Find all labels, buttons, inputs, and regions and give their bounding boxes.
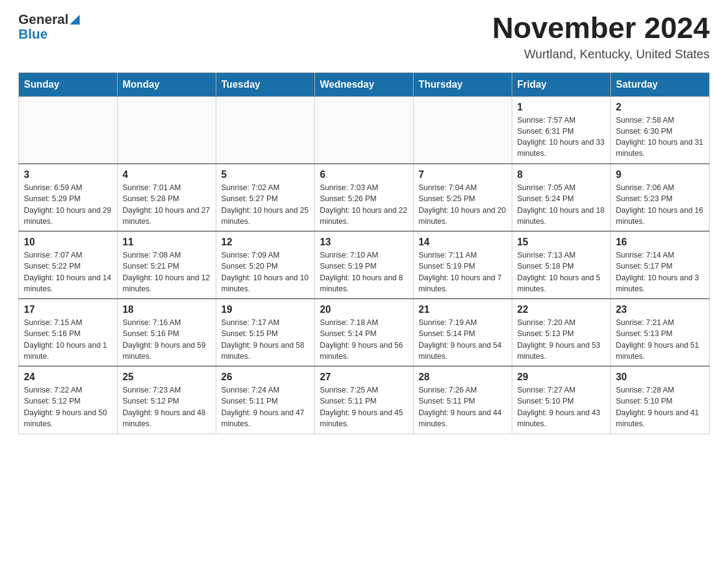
day-info: Sunrise: 7:28 AM Sunset: 5:10 PM Dayligh… [616, 385, 704, 429]
day-number: 19 [221, 304, 309, 315]
calendar-cell: 16Sunrise: 7:14 AM Sunset: 5:17 PM Dayli… [611, 231, 710, 299]
day-info: Sunrise: 7:06 AM Sunset: 5:23 PM Dayligh… [616, 182, 704, 227]
calendar-cell: 7Sunrise: 7:04 AM Sunset: 5:25 PM Daylig… [414, 164, 512, 231]
day-number: 26 [221, 372, 309, 383]
day-info: Sunrise: 7:20 AM Sunset: 5:13 PM Dayligh… [517, 317, 605, 362]
day-info: Sunrise: 7:25 AM Sunset: 5:11 PM Dayligh… [320, 385, 408, 429]
day-number: 12 [221, 237, 309, 248]
day-number: 9 [616, 169, 704, 180]
day-info: Sunrise: 7:21 AM Sunset: 5:13 PM Dayligh… [616, 317, 704, 362]
day-number: 13 [320, 237, 408, 248]
logo-blue-text: Blue [18, 26, 48, 42]
day-number: 5 [221, 169, 309, 180]
calendar-cell: 28Sunrise: 7:26 AM Sunset: 5:11 PM Dayli… [414, 366, 512, 434]
day-info: Sunrise: 7:01 AM Sunset: 5:28 PM Dayligh… [123, 182, 211, 227]
day-info: Sunrise: 7:09 AM Sunset: 5:20 PM Dayligh… [221, 250, 309, 294]
day-info: Sunrise: 7:04 AM Sunset: 5:25 PM Dayligh… [419, 182, 507, 227]
day-number: 20 [320, 304, 408, 315]
calendar-cell: 9Sunrise: 7:06 AM Sunset: 5:23 PM Daylig… [611, 164, 710, 231]
logo-triangle-icon [70, 15, 80, 25]
calendar-cell: 29Sunrise: 7:27 AM Sunset: 5:10 PM Dayli… [512, 366, 611, 434]
calendar-cell: 21Sunrise: 7:19 AM Sunset: 5:14 PM Dayli… [414, 299, 512, 366]
day-info: Sunrise: 7:22 AM Sunset: 5:12 PM Dayligh… [24, 385, 112, 429]
day-number: 22 [517, 304, 605, 315]
day-info: Sunrise: 7:24 AM Sunset: 5:11 PM Dayligh… [221, 385, 309, 429]
svg-marker-0 [70, 15, 80, 25]
logo-general-text: General [18, 12, 69, 27]
calendar-cell: 5Sunrise: 7:02 AM Sunset: 5:27 PM Daylig… [216, 164, 315, 231]
day-info: Sunrise: 7:14 AM Sunset: 5:17 PM Dayligh… [616, 250, 704, 294]
calendar-cell: 14Sunrise: 7:11 AM Sunset: 5:19 PM Dayli… [414, 231, 512, 299]
calendar-week-row: 1Sunrise: 7:57 AM Sunset: 6:31 PM Daylig… [19, 96, 710, 164]
calendar-cell [216, 96, 315, 164]
calendar-cell: 23Sunrise: 7:21 AM Sunset: 5:13 PM Dayli… [611, 299, 710, 366]
column-header-wednesday: Wednesday [315, 72, 414, 96]
calendar-cell [118, 96, 216, 164]
logo: General Blue [18, 12, 80, 42]
calendar-header-row: SundayMondayTuesdayWednesdayThursdayFrid… [19, 72, 710, 96]
day-number: 29 [517, 372, 605, 383]
day-number: 18 [123, 304, 211, 315]
day-number: 14 [419, 237, 507, 248]
day-info: Sunrise: 7:19 AM Sunset: 5:14 PM Dayligh… [419, 317, 507, 362]
day-info: Sunrise: 7:15 AM Sunset: 5:16 PM Dayligh… [24, 317, 112, 362]
day-number: 27 [320, 372, 408, 383]
day-info: Sunrise: 7:23 AM Sunset: 5:12 PM Dayligh… [123, 385, 211, 429]
column-header-sunday: Sunday [19, 72, 118, 96]
day-number: 23 [616, 304, 704, 315]
column-header-friday: Friday [512, 72, 611, 96]
day-info: Sunrise: 7:13 AM Sunset: 5:18 PM Dayligh… [517, 250, 605, 294]
calendar-cell: 13Sunrise: 7:10 AM Sunset: 5:19 PM Dayli… [315, 231, 414, 299]
day-info: Sunrise: 7:02 AM Sunset: 5:27 PM Dayligh… [221, 182, 309, 227]
day-number: 2 [616, 102, 704, 113]
calendar-cell: 27Sunrise: 7:25 AM Sunset: 5:11 PM Dayli… [315, 366, 414, 434]
page-header: General Blue November 2024 Wurtland, Ken… [18, 12, 710, 61]
calendar-cell: 26Sunrise: 7:24 AM Sunset: 5:11 PM Dayli… [216, 366, 315, 434]
calendar-week-row: 17Sunrise: 7:15 AM Sunset: 5:16 PM Dayli… [19, 299, 710, 366]
column-header-thursday: Thursday [414, 72, 512, 96]
day-number: 28 [419, 372, 507, 383]
day-number: 21 [419, 304, 507, 315]
day-info: Sunrise: 7:58 AM Sunset: 6:30 PM Dayligh… [616, 115, 704, 159]
day-info: Sunrise: 7:11 AM Sunset: 5:19 PM Dayligh… [419, 250, 507, 294]
day-info: Sunrise: 6:59 AM Sunset: 5:29 PM Dayligh… [24, 182, 112, 227]
calendar-cell: 1Sunrise: 7:57 AM Sunset: 6:31 PM Daylig… [512, 96, 611, 164]
day-info: Sunrise: 7:18 AM Sunset: 5:14 PM Dayligh… [320, 317, 408, 362]
calendar-cell: 18Sunrise: 7:16 AM Sunset: 5:16 PM Dayli… [118, 299, 216, 366]
day-number: 1 [517, 102, 605, 113]
calendar-cell [414, 96, 512, 164]
day-number: 8 [517, 169, 605, 180]
calendar-cell: 25Sunrise: 7:23 AM Sunset: 5:12 PM Dayli… [118, 366, 216, 434]
day-number: 16 [616, 237, 704, 248]
day-info: Sunrise: 7:07 AM Sunset: 5:22 PM Dayligh… [24, 250, 112, 294]
column-header-tuesday: Tuesday [216, 72, 315, 96]
day-info: Sunrise: 7:27 AM Sunset: 5:10 PM Dayligh… [517, 385, 605, 429]
calendar-title: November 2024 [492, 12, 710, 45]
day-number: 30 [616, 372, 704, 383]
day-info: Sunrise: 7:03 AM Sunset: 5:26 PM Dayligh… [320, 182, 408, 227]
title-area: November 2024 Wurtland, Kentucky, United… [492, 12, 710, 61]
calendar-cell: 22Sunrise: 7:20 AM Sunset: 5:13 PM Dayli… [512, 299, 611, 366]
day-info: Sunrise: 7:17 AM Sunset: 5:15 PM Dayligh… [221, 317, 309, 362]
calendar-cell: 20Sunrise: 7:18 AM Sunset: 5:14 PM Dayli… [315, 299, 414, 366]
calendar-cell: 12Sunrise: 7:09 AM Sunset: 5:20 PM Dayli… [216, 231, 315, 299]
calendar-cell [315, 96, 414, 164]
day-number: 10 [24, 237, 112, 248]
calendar-table: SundayMondayTuesdayWednesdayThursdayFrid… [18, 72, 710, 434]
day-info: Sunrise: 7:16 AM Sunset: 5:16 PM Dayligh… [123, 317, 211, 362]
day-number: 6 [320, 169, 408, 180]
day-info: Sunrise: 7:10 AM Sunset: 5:19 PM Dayligh… [320, 250, 408, 294]
column-header-monday: Monday [118, 72, 216, 96]
day-number: 7 [419, 169, 507, 180]
calendar-cell [19, 96, 118, 164]
calendar-cell: 4Sunrise: 7:01 AM Sunset: 5:28 PM Daylig… [118, 164, 216, 231]
day-number: 17 [24, 304, 112, 315]
day-info: Sunrise: 7:57 AM Sunset: 6:31 PM Dayligh… [517, 115, 605, 159]
calendar-cell: 2Sunrise: 7:58 AM Sunset: 6:30 PM Daylig… [611, 96, 710, 164]
calendar-week-row: 3Sunrise: 6:59 AM Sunset: 5:29 PM Daylig… [19, 164, 710, 231]
day-number: 3 [24, 169, 112, 180]
calendar-cell: 17Sunrise: 7:15 AM Sunset: 5:16 PM Dayli… [19, 299, 118, 366]
calendar-cell: 15Sunrise: 7:13 AM Sunset: 5:18 PM Dayli… [512, 231, 611, 299]
day-number: 24 [24, 372, 112, 383]
calendar-cell: 24Sunrise: 7:22 AM Sunset: 5:12 PM Dayli… [19, 366, 118, 434]
